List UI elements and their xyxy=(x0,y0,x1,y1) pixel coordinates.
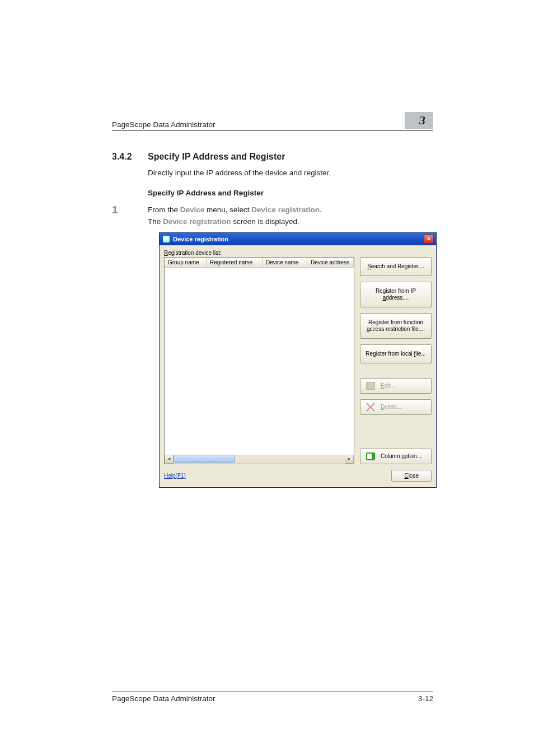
window-app-icon xyxy=(163,236,170,242)
btn-label: Column xyxy=(381,453,401,459)
horizontal-scrollbar[interactable]: ◄ ► xyxy=(165,455,354,464)
section-number: 3.4.2 xyxy=(112,152,148,162)
mnemonic: C xyxy=(404,473,408,479)
label-text: egistration device list: xyxy=(168,250,222,256)
step-body: From the Device menu, select Device regi… xyxy=(148,204,322,228)
section-intro: Directly input the IP address of the dev… xyxy=(148,167,433,179)
btn-label: ption... xyxy=(405,453,421,459)
keyword-device: Device xyxy=(180,206,205,214)
delete-button: Delete... xyxy=(360,399,432,415)
device-registration-dialog: Device registration × Registration devic… xyxy=(159,232,437,488)
step-text: screen is displayed. xyxy=(231,217,299,226)
step-text: The xyxy=(148,217,163,226)
footer-page-number: 3-12 xyxy=(418,694,433,703)
btn-label: dit... xyxy=(385,382,395,389)
step-number: 1 xyxy=(112,204,148,228)
step-text: . xyxy=(320,206,322,214)
window-title: Device registration xyxy=(173,236,228,242)
step-text: From the xyxy=(148,206,180,214)
section-subhead: Specify IP Address and Register xyxy=(148,189,433,197)
keyword-screen-name: Device registration xyxy=(163,217,231,226)
step-text: menu, select xyxy=(204,206,251,214)
section-title: Specify IP Address and Register xyxy=(148,152,285,162)
col-device-name[interactable]: Device name xyxy=(263,258,307,267)
search-and-register-button[interactable]: Search and Register.... xyxy=(360,257,432,276)
mnemonic: S xyxy=(367,263,371,269)
register-from-local-file-button[interactable]: Register from local file... xyxy=(360,344,432,363)
chapter-badge: 3 xyxy=(405,112,433,129)
titlebar[interactable]: Device registration × xyxy=(160,233,436,245)
mnemonic: E xyxy=(381,382,385,389)
list-rows-empty xyxy=(165,268,354,455)
btn-label: lose xyxy=(409,473,419,479)
btn-label: Register from function xyxy=(368,319,423,325)
scroll-thumb[interactable] xyxy=(174,455,235,463)
btn-label: Register from IP xyxy=(376,288,416,294)
btn-label: elete... xyxy=(385,404,401,410)
col-group-name[interactable]: Group name xyxy=(165,258,207,267)
column-option-button[interactable]: Column option... xyxy=(360,449,432,464)
help-link[interactable]: Help(F1) xyxy=(164,473,186,479)
register-from-ip-button[interactable]: Register from IP address.... xyxy=(360,282,432,307)
edit-button: Edit... xyxy=(360,378,432,394)
column-header-row: Group name Registered name Device name D… xyxy=(165,258,354,268)
header-app-title: PageScope Data Administrator xyxy=(112,120,216,129)
window-close-button[interactable]: × xyxy=(424,235,434,244)
registration-list-label: Registration device list: xyxy=(164,250,432,256)
col-device-address[interactable]: Device address xyxy=(307,258,354,267)
scroll-track[interactable] xyxy=(174,455,345,464)
btn-label: ile... xyxy=(415,351,425,357)
delete-icon xyxy=(366,403,375,411)
btn-label: earch and Register.... xyxy=(371,263,424,269)
edit-icon xyxy=(366,382,375,390)
column-option-icon xyxy=(366,452,375,460)
scroll-left-button[interactable]: ◄ xyxy=(165,455,174,464)
keyword-device-registration: Device registration xyxy=(251,206,320,214)
btn-label: Register from local xyxy=(366,351,414,357)
scroll-right-button[interactable]: ► xyxy=(345,455,354,464)
device-list[interactable]: Group name Registered name Device name D… xyxy=(164,257,354,464)
btn-label: ddress.... xyxy=(386,295,409,301)
col-registered-name[interactable]: Registered name xyxy=(207,258,263,267)
footer-app-title: PageScope Data Administrator xyxy=(112,694,216,703)
btn-label: ccess restriction file.... xyxy=(370,326,425,332)
close-button[interactable]: Close xyxy=(391,470,432,482)
register-from-function-file-button[interactable]: Register from function access restrictio… xyxy=(360,313,432,339)
